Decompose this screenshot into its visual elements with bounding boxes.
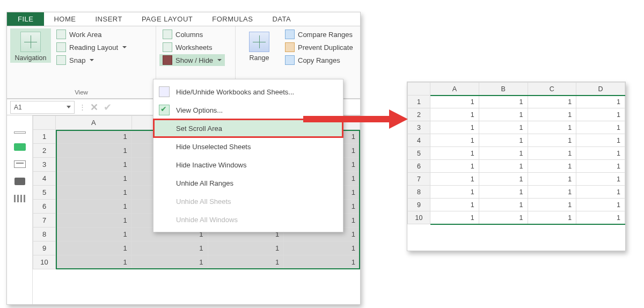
row-header[interactable]: 7 — [408, 173, 430, 186]
column-header[interactable]: A — [430, 83, 479, 96]
cell[interactable]: 1 — [528, 173, 576, 186]
cell[interactable]: 1 — [528, 96, 576, 108]
column-header[interactable]: A — [56, 116, 132, 130]
cell[interactable]: 1 — [528, 147, 576, 160]
select-all-corner[interactable] — [33, 116, 56, 130]
cell[interactable]: 1 — [576, 96, 625, 108]
cell[interactable]: 1 — [528, 121, 576, 134]
row-header[interactable]: 6 — [33, 200, 56, 214]
cell[interactable]: 1 — [56, 158, 132, 172]
cell[interactable]: 1 — [576, 199, 625, 211]
cell[interactable]: 1 — [479, 160, 528, 173]
menu-view-options[interactable]: View Options... — [153, 101, 343, 119]
cell[interactable]: 1 — [576, 160, 625, 173]
green-view-icon[interactable] — [14, 143, 26, 151]
cancel-icon[interactable]: ✕ — [90, 101, 98, 113]
menu-set-scroll-area[interactable]: Set Scroll Area — [153, 119, 343, 137]
column-header[interactable]: B — [479, 83, 528, 96]
cell[interactable]: 1 — [56, 144, 132, 158]
page-break-view-icon[interactable] — [14, 178, 25, 185]
column-header[interactable]: D — [576, 83, 625, 96]
range-button[interactable]: Range — [239, 28, 280, 65]
cell[interactable]: 1 — [479, 211, 528, 224]
cell[interactable]: 1 — [479, 134, 528, 147]
cell[interactable]: 1 — [528, 211, 576, 224]
column-header[interactable]: C — [528, 83, 576, 96]
cell[interactable]: 1 — [430, 173, 479, 186]
cell[interactable]: 1 — [528, 186, 576, 199]
menu-hide-inactive-windows[interactable]: Hide Inactive Windows — [153, 156, 343, 174]
compare-ranges-button[interactable]: Compare Ranges — [282, 28, 356, 40]
row-header[interactable]: 3 — [33, 158, 56, 172]
tab-page-layout[interactable]: PAGE LAYOUT — [132, 12, 202, 26]
cell[interactable]: 1 — [430, 96, 479, 108]
cell[interactable]: 1 — [479, 199, 528, 211]
columns-button[interactable]: Columns — [159, 28, 225, 40]
cell[interactable]: 1 — [479, 108, 528, 121]
cell[interactable]: 1 — [528, 108, 576, 121]
show-hide-button[interactable]: Show / Hide — [159, 54, 225, 66]
cell[interactable]: 1 — [131, 241, 208, 255]
tab-file[interactable]: FILE — [7, 12, 44, 26]
page-layout-view-icon[interactable] — [14, 160, 26, 168]
cell[interactable]: 1 — [56, 241, 132, 255]
cell[interactable]: 1 — [430, 147, 479, 160]
cell[interactable]: 1 — [479, 186, 528, 199]
snap-button[interactable]: Snap — [53, 54, 130, 66]
row-header[interactable]: 4 — [408, 134, 430, 147]
cell[interactable]: 1 — [479, 147, 528, 160]
cell[interactable]: 1 — [528, 199, 576, 211]
cell[interactable]: 1 — [430, 211, 479, 224]
menu-unhide-all-ranges[interactable]: Unhide All Ranges — [153, 174, 343, 192]
cell[interactable]: 1 — [430, 121, 479, 134]
cell[interactable]: 1 — [576, 108, 625, 121]
row-header[interactable]: 8 — [33, 228, 56, 241]
row-header[interactable]: 10 — [408, 211, 430, 224]
cell[interactable]: 1 — [56, 255, 132, 269]
cell[interactable]: 1 — [56, 186, 132, 200]
cell[interactable]: 1 — [479, 121, 528, 134]
spreadsheet-right[interactable]: ABCD 11111211113111141111511116111171111… — [407, 82, 625, 224]
cell[interactable]: 1 — [576, 134, 625, 147]
cell[interactable]: 1 — [56, 228, 132, 241]
cell[interactable]: 1 — [430, 186, 479, 199]
cell[interactable]: 1 — [430, 108, 479, 121]
row-header[interactable]: 10 — [33, 255, 56, 269]
row-header[interactable]: 4 — [33, 172, 56, 186]
row-header[interactable]: 5 — [408, 147, 430, 160]
row-header[interactable]: 1 — [33, 130, 56, 144]
name-box[interactable]: A1 — [10, 101, 75, 114]
row-header[interactable]: 5 — [33, 186, 56, 200]
work-area-button[interactable]: Work Area — [53, 28, 130, 40]
tab-home[interactable]: HOME — [44, 12, 85, 26]
cell[interactable]: 1 — [576, 173, 625, 186]
cell[interactable]: 1 — [528, 134, 576, 147]
cell[interactable]: 1 — [56, 214, 132, 228]
cell[interactable]: 1 — [479, 96, 528, 108]
enter-icon[interactable]: ✔ — [104, 101, 112, 113]
cell[interactable]: 1 — [56, 130, 132, 144]
cell[interactable]: 1 — [284, 255, 360, 269]
cell[interactable]: 1 — [479, 173, 528, 186]
cell[interactable]: 1 — [208, 255, 284, 269]
row-header[interactable]: 9 — [408, 199, 430, 211]
row-header[interactable]: 3 — [408, 121, 430, 134]
cell[interactable]: 1 — [208, 241, 284, 255]
row-header[interactable]: 2 — [33, 144, 56, 158]
tab-data[interactable]: DATA — [262, 12, 301, 26]
cell[interactable]: 1 — [56, 200, 132, 214]
menu-hide-unhide-workbooks[interactable]: Hide/Unhide Workbooks and Sheets... — [153, 83, 343, 101]
custom-view-icon[interactable] — [14, 195, 26, 202]
tab-formulas[interactable]: FORMULAS — [202, 12, 262, 26]
navigation-button[interactable]: Navigation — [10, 28, 51, 63]
cell[interactable]: 1 — [576, 121, 625, 134]
row-header[interactable]: 8 — [408, 186, 430, 199]
row-header[interactable]: 7 — [33, 214, 56, 228]
tab-insert[interactable]: INSERT — [85, 12, 131, 26]
reading-layout-button[interactable]: Reading Layout — [53, 41, 130, 53]
worksheets-button[interactable]: Worksheets — [159, 41, 225, 53]
cell[interactable]: 1 — [576, 211, 625, 224]
cell[interactable]: 1 — [131, 255, 208, 269]
cell[interactable]: 1 — [430, 160, 479, 173]
cell[interactable]: 1 — [56, 172, 132, 186]
